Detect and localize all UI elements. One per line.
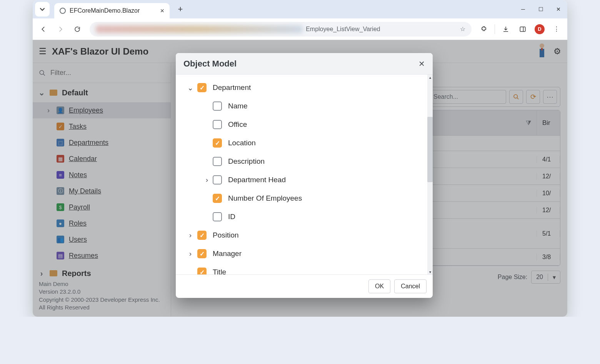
minimize-button[interactable]: ─ xyxy=(514,0,532,18)
ok-button[interactable]: OK xyxy=(368,279,390,293)
button-label: OK xyxy=(375,283,384,290)
chevron-right-icon[interactable]: › xyxy=(183,231,197,239)
profile-avatar[interactable]: D xyxy=(532,22,547,37)
browser-window: EFCoreMainDemo.Blazor × + ─ ☐ ✕ Employee… xyxy=(33,0,567,317)
tree-node[interactable]: Title xyxy=(176,263,430,274)
chevron-right-icon[interactable]: › xyxy=(201,176,213,184)
tree-node-label: Position xyxy=(213,231,239,239)
close-window-button[interactable]: ✕ xyxy=(550,0,567,18)
tree-node-label: Department Head xyxy=(228,176,286,184)
chrome-menu-icon[interactable]: ⋮ xyxy=(549,22,564,37)
checkbox[interactable] xyxy=(213,194,222,203)
tree-node[interactable]: ›Department Head xyxy=(176,171,430,189)
tree-node[interactable]: Number Of Employees xyxy=(176,189,430,208)
browser-tab[interactable]: EFCoreMainDemo.Blazor × xyxy=(54,3,170,18)
checkbox[interactable] xyxy=(197,249,207,258)
tree-node-label: Description xyxy=(228,157,265,166)
tree-node-label: ID xyxy=(228,213,235,221)
tree-node[interactable]: Location xyxy=(176,134,430,152)
tree-node[interactable]: ›Manager xyxy=(176,244,430,263)
scroll-up-arrow-icon[interactable]: ▴ xyxy=(427,75,433,80)
browser-toolbar: Employee_ListView_Varied ☆ D ⋮ xyxy=(33,18,567,40)
object-model-dialog: Object Model ✕ ⌄DepartmentNameOfficeLoca… xyxy=(176,53,433,298)
tree-node[interactable]: Description xyxy=(176,152,430,171)
checkbox[interactable] xyxy=(213,212,222,221)
checkbox[interactable] xyxy=(197,83,207,92)
titlebar: EFCoreMainDemo.Blazor × + ─ ☐ ✕ xyxy=(33,0,567,18)
forward-button[interactable] xyxy=(53,22,68,37)
tree-node[interactable]: Name xyxy=(176,97,430,115)
checkbox[interactable] xyxy=(213,120,222,129)
url-visible: Employee_ListView_Varied xyxy=(306,26,380,33)
tree-node[interactable]: ⌄Department xyxy=(176,78,430,97)
dialog-close-icon[interactable]: ✕ xyxy=(418,59,425,68)
scroll-down-arrow-icon[interactable]: ▾ xyxy=(427,269,433,274)
tab-search-dropdown[interactable] xyxy=(35,2,50,17)
scrollbar[interactable]: ▴ ▾ xyxy=(427,75,433,274)
tree-node[interactable]: Office xyxy=(176,115,430,134)
side-panel-icon[interactable] xyxy=(515,22,530,37)
tree-node-label: Name xyxy=(228,102,248,110)
checkbox[interactable] xyxy=(213,101,222,111)
cancel-button[interactable]: Cancel xyxy=(394,279,427,293)
checkbox[interactable] xyxy=(213,175,222,184)
chevron-down-icon[interactable]: ⌄ xyxy=(183,83,197,92)
tree-node[interactable]: ›Position xyxy=(176,226,430,244)
tab-title: EFCoreMainDemo.Blazor xyxy=(70,7,140,14)
tree-node-label: Number Of Employees xyxy=(228,194,302,203)
window-controls: ─ ☐ ✕ xyxy=(514,0,567,18)
globe-icon xyxy=(60,8,66,14)
tab-close-icon[interactable]: × xyxy=(160,7,164,15)
address-bar[interactable]: Employee_ListView_Varied ☆ xyxy=(90,22,472,37)
extensions-icon[interactable] xyxy=(476,22,492,37)
dialog-body: ⌄DepartmentNameOfficeLocationDescription… xyxy=(176,75,433,274)
reload-button[interactable] xyxy=(70,22,85,37)
dialog-footer: OK Cancel xyxy=(176,274,433,298)
button-label: Cancel xyxy=(401,283,420,290)
tree-node[interactable]: ID xyxy=(176,208,430,226)
object-tree: ⌄DepartmentNameOfficeLocationDescription… xyxy=(176,78,430,274)
star-icon[interactable]: ☆ xyxy=(460,25,465,33)
scrollbar-thumb[interactable] xyxy=(427,117,433,182)
checkbox[interactable] xyxy=(197,268,207,274)
chevron-right-icon[interactable]: › xyxy=(183,249,197,258)
maximize-button[interactable]: ☐ xyxy=(532,0,550,18)
tree-node-label: Department xyxy=(213,83,251,92)
back-button[interactable] xyxy=(36,22,51,37)
tree-node-label: Manager xyxy=(213,249,242,258)
checkbox[interactable] xyxy=(213,138,222,148)
svg-rect-0 xyxy=(520,27,525,32)
dialog-title: Object Model xyxy=(183,59,237,69)
tree-node-label: Office xyxy=(228,120,247,129)
url-redacted xyxy=(96,25,303,33)
checkbox[interactable] xyxy=(213,157,222,166)
tree-node-label: Location xyxy=(228,139,256,147)
app-root: ☰ XAF's Blazor UI Demo ⚙ ⌄ Default xyxy=(33,40,567,317)
dialog-header: Object Model ✕ xyxy=(176,53,433,75)
checkbox[interactable] xyxy=(197,231,207,240)
tree-node-label: Title xyxy=(213,268,226,274)
new-tab-button[interactable]: + xyxy=(173,2,187,16)
downloads-icon[interactable] xyxy=(498,22,513,37)
